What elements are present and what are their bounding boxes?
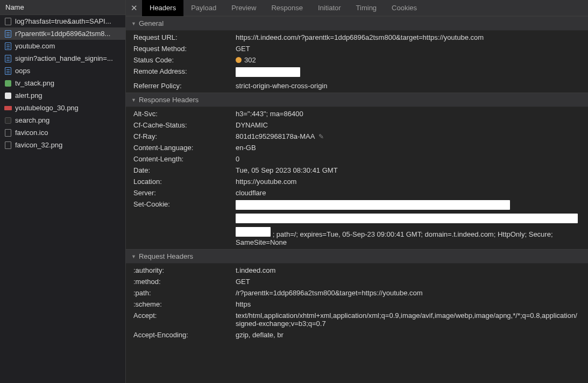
header-value[interactable]: DYNAMIC	[236, 121, 580, 129]
row-referrer-policy: Referrer Policy: strict-origin-when-cros…	[126, 80, 588, 91]
img-green-icon	[4, 80, 12, 87]
request-item[interactable]: log?hasfast=true&auth=SAPI...	[0, 15, 125, 27]
redacted-block	[236, 200, 510, 210]
request-item[interactable]: r?parenttk=1ddp6896a2tsm8...	[0, 27, 125, 40]
disclosure-triangle-icon: ▼	[131, 21, 136, 26]
doc-blue-icon	[4, 67, 12, 75]
header-key: Set-Cookie:	[133, 200, 236, 208]
header-value[interactable]: GET	[236, 45, 580, 53]
row-request-method: Request Method: GET	[126, 43, 588, 54]
request-item-label: oops	[15, 67, 30, 75]
request-item[interactable]: favicon_32.png	[0, 139, 125, 151]
section-header-request[interactable]: ▼ Request Headers	[126, 249, 588, 264]
request-item-label: signin?action_handle_signin=...	[15, 54, 113, 62]
row-server: Server: cloudflare	[126, 187, 588, 198]
row-path: :path: /r?parenttk=1ddp6896a2tsm800&targ…	[126, 287, 588, 299]
row-alt-svc: Alt-Svc: h3=":443"; ma=86400	[126, 108, 588, 119]
request-list: log?hasfast=true&auth=SAPI...r?parenttk=…	[0, 15, 125, 383]
header-value[interactable]: https://t.indeed.com/r?parenttk=1ddp6896…	[236, 33, 580, 41]
row-cf-ray: Cf-Ray: 801d1c952968178a-MAA ✎	[126, 131, 588, 142]
cf-ray-text: 801d1c952968178a-MAA	[236, 132, 315, 140]
row-date: Date: Tue, 05 Sep 2023 08:30:41 GMT	[126, 165, 588, 176]
request-item-label: youtube.com	[15, 42, 55, 50]
header-key: Location:	[133, 178, 236, 186]
headers-panel: ✕ HeadersPayloadPreviewResponseInitiator…	[126, 0, 588, 383]
row-request-url: Request URL: https://t.indeed.com/r?pare…	[126, 32, 588, 43]
img-red-icon	[4, 104, 12, 112]
header-key: :method:	[133, 278, 236, 286]
request-item[interactable]: search.png	[0, 114, 125, 126]
header-key: Remote Address:	[133, 67, 236, 75]
redacted-block	[236, 67, 300, 77]
tab-headers[interactable]: Headers	[142, 0, 183, 16]
header-value[interactable]: cloudflare	[236, 189, 580, 197]
header-value[interactable]: text/html,application/xhtml+xml,applicat…	[236, 311, 580, 328]
header-value[interactable]: 0	[236, 155, 580, 163]
row-remote-address: Remote Address:	[126, 66, 588, 80]
tab-payload[interactable]: Payload	[183, 0, 224, 16]
header-value[interactable]: 801d1c952968178a-MAA ✎	[236, 132, 580, 140]
header-key: Request Method:	[133, 45, 236, 53]
header-value[interactable]: en-GB	[236, 144, 580, 152]
tab-timing[interactable]: Timing	[349, 0, 385, 16]
detail-tabbar: ✕ HeadersPayloadPreviewResponseInitiator…	[126, 0, 588, 16]
request-item[interactable]: youtubelogo_30.png	[0, 102, 125, 114]
row-cf-cache: Cf-Cache-Status: DYNAMIC	[126, 119, 588, 131]
disclosure-triangle-icon: ▼	[131, 97, 136, 103]
row-status-code: Status Code: 302	[126, 54, 588, 66]
general-block: Request URL: https://t.indeed.com/r?pare…	[126, 31, 588, 93]
header-key: Status Code:	[133, 56, 236, 64]
header-value[interactable]: GET	[236, 278, 580, 286]
header-key: :scheme:	[133, 300, 236, 308]
tab-cookies[interactable]: Cookies	[384, 0, 424, 16]
section-header-response[interactable]: ▼ Response Headers	[126, 93, 588, 107]
request-item-label: youtubelogo_30.png	[15, 104, 79, 112]
sidebar-column-header[interactable]: Name	[0, 0, 125, 15]
row-set-cookie: Set-Cookie: ; path=/; expires=Tue, 05-Se…	[126, 198, 588, 248]
tab-response[interactable]: Response	[264, 0, 310, 16]
header-value[interactable]: Tue, 05 Sep 2023 08:30:41 GMT	[236, 166, 580, 174]
tab-initiator[interactable]: Initiator	[310, 0, 349, 16]
header-key: :authority:	[133, 266, 236, 274]
header-value[interactable]: strict-origin-when-cross-origin	[236, 82, 580, 90]
doc-blue-icon	[4, 30, 12, 38]
header-value[interactable]: 302	[236, 56, 580, 64]
header-value[interactable]: gzip, deflate, br	[236, 331, 580, 339]
header-value[interactable]: t.indeed.com	[236, 266, 580, 274]
status-dot-icon	[236, 57, 242, 63]
section-title: Response Headers	[139, 96, 199, 104]
doc-blank-icon	[4, 18, 12, 25]
header-key: Referrer Policy:	[133, 82, 236, 90]
request-item[interactable]: tv_stack.png	[0, 77, 125, 89]
row-method: :method: GET	[126, 276, 588, 287]
header-value[interactable]	[236, 67, 580, 79]
header-value[interactable]: https	[236, 300, 580, 308]
row-authority: :authority: t.indeed.com	[126, 265, 588, 276]
header-value[interactable]: https://youtube.com	[236, 178, 580, 186]
close-icon[interactable]: ✕	[126, 1, 142, 16]
doc-blank-icon	[4, 141, 12, 149]
section-header-general[interactable]: ▼ General	[126, 16, 588, 31]
header-key: Server:	[133, 189, 236, 197]
header-key: Request URL:	[133, 33, 236, 41]
request-item[interactable]: favicon.ico	[0, 126, 125, 139]
request-item[interactable]: oops	[0, 65, 125, 77]
request-block: :authority: t.indeed.com :method: GET :p…	[126, 264, 588, 342]
row-accept: Accept: text/html,application/xhtml+xml,…	[126, 310, 588, 329]
request-item[interactable]: alert.png	[0, 89, 125, 102]
request-item[interactable]: youtube.com	[0, 40, 125, 52]
row-scheme: :scheme: https	[126, 299, 588, 310]
section-title: General	[139, 19, 164, 27]
request-item-label: search.png	[15, 116, 49, 124]
doc-blue-icon	[4, 42, 12, 50]
request-item[interactable]: signin?action_handle_signin=...	[0, 52, 125, 65]
img-white-icon	[4, 92, 12, 100]
header-value[interactable]: h3=":443"; ma=86400	[236, 110, 580, 118]
header-value[interactable]: ; path=/; expires=Tue, 05-Sep-23 09:00:4…	[236, 200, 580, 246]
edit-pencil-icon[interactable]: ✎	[318, 133, 324, 140]
section-title: Request Headers	[139, 252, 193, 260]
tab-preview[interactable]: Preview	[224, 0, 264, 16]
header-value[interactable]: /r?parenttk=1ddp6896a2tsm800&target=http…	[236, 289, 580, 297]
redacted-block	[236, 214, 578, 223]
header-key: Content-Length:	[133, 155, 236, 163]
